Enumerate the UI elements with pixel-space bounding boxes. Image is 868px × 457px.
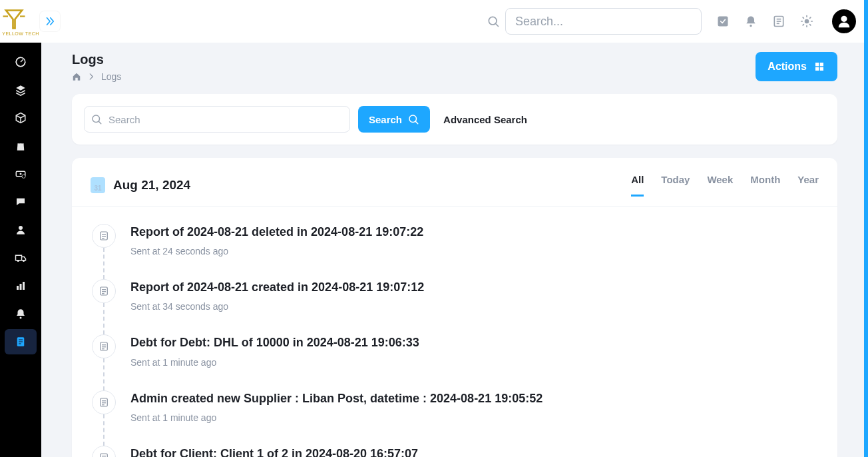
search-icon (407, 113, 419, 125)
svg-line-4 (496, 24, 499, 27)
chat-icon (15, 196, 27, 208)
profile-avatar[interactable] (832, 9, 856, 33)
log-time: Sent at 34 seconds ago (130, 301, 424, 312)
cash-icon (15, 168, 27, 180)
brand-text: YELLOW TECH (2, 31, 39, 36)
svg-point-6 (750, 25, 752, 27)
main-content: Logs Logs Actions Search (41, 43, 868, 457)
search-icon (91, 113, 103, 125)
tasks-icon[interactable] (716, 15, 730, 28)
truck-icon (15, 252, 27, 264)
sidebar-item-logs[interactable] (5, 329, 37, 354)
brand-logo[interactable]: YELLOW TECH (0, 0, 41, 43)
svg-point-26 (17, 260, 19, 262)
svg-point-25 (19, 226, 23, 230)
home-icon[interactable] (72, 72, 81, 81)
log-node-icon (92, 446, 116, 457)
svg-point-31 (20, 317, 22, 319)
sidebar-item-analytics[interactable] (5, 273, 37, 298)
svg-point-23 (20, 173, 22, 175)
logo-icon (2, 7, 26, 31)
svg-point-27 (23, 260, 25, 262)
range-tab-month[interactable]: Month (750, 174, 780, 197)
logs-card: Aug 21, 2024 AllTodayWeekMonthYear Repor… (72, 158, 837, 457)
svg-line-19 (810, 17, 811, 18)
svg-line-41 (99, 121, 101, 123)
layers-icon (15, 84, 27, 96)
log-title: Debt for Client: Client 1 of 2 in 2024-0… (130, 446, 418, 457)
log-title: Debt for Debt: DHL of 10000 in 2024-08-2… (130, 334, 419, 351)
page-title: Logs (72, 52, 121, 67)
svg-rect-60 (101, 454, 108, 457)
advanced-search-link[interactable]: Advanced Search (443, 114, 527, 125)
log-title: Admin created new Supplier : Liban Post,… (130, 390, 542, 407)
sidebar-item-inventory[interactable] (5, 105, 37, 131)
log-node-icon (92, 390, 116, 414)
sidebar-item-users[interactable] (5, 217, 37, 242)
calendar-icon (91, 177, 105, 193)
logs-timeline: Report of 2024-08-21 deleted in 2024-08-… (72, 207, 837, 457)
breadcrumb-current: Logs (101, 71, 121, 82)
svg-point-20 (841, 16, 847, 22)
svg-line-18 (803, 25, 803, 25)
log-item: Report of 2024-08-21 created in 2024-08-… (92, 279, 817, 334)
actions-button[interactable]: Actions (756, 52, 837, 81)
search-button[interactable]: Search (358, 106, 430, 133)
topbar: YELLOW TECH (0, 0, 868, 43)
log-time: Sent at 1 minute ago (130, 357, 419, 368)
log-node-icon (92, 334, 116, 358)
theme-toggle-icon[interactable] (800, 15, 813, 28)
log-node-icon (92, 279, 116, 303)
sidebar-item-orders[interactable] (5, 133, 37, 159)
svg-rect-5 (718, 17, 728, 27)
svg-line-16 (803, 17, 803, 18)
actions-label: Actions (767, 61, 807, 73)
range-tab-today[interactable]: Today (661, 174, 690, 197)
user-icon (15, 224, 27, 236)
range-tabs: AllTodayWeekMonthYear (631, 174, 819, 197)
log-item: Debt for Debt: DHL of 10000 in 2024-08-2… (92, 334, 817, 390)
search-input[interactable] (84, 106, 350, 133)
range-tab-year[interactable]: Year (797, 174, 819, 197)
range-tab-week[interactable]: Week (707, 174, 733, 197)
sidebar-item-transactions[interactable] (5, 161, 37, 187)
log-item: Debt for Client: Client 1 of 2 in 2024-0… (92, 446, 817, 457)
timeline-connector (103, 303, 105, 334)
sidebar-item-shipping[interactable] (5, 245, 37, 270)
svg-rect-37 (820, 63, 823, 66)
svg-rect-28 (17, 286, 19, 290)
top-search-input[interactable] (505, 8, 702, 35)
sidebar-item-notifications[interactable] (5, 301, 37, 326)
log-time: Sent at 24 seconds ago (130, 246, 423, 256)
timeline-connector (103, 248, 105, 279)
svg-marker-0 (6, 10, 22, 28)
svg-point-24 (22, 175, 25, 178)
svg-line-17 (810, 25, 811, 25)
sidebar-item-dashboard[interactable] (5, 49, 37, 75)
svg-point-11 (805, 19, 809, 24)
bell-icon[interactable] (744, 15, 758, 28)
notes-icon[interactable] (772, 15, 785, 28)
log-item: Report of 2024-08-21 deleted in 2024-08-… (92, 224, 817, 279)
sidebar-item-stacks[interactable] (5, 77, 37, 103)
search-input-wrapper (84, 106, 350, 133)
cube-icon (15, 112, 27, 124)
page-header: Logs Logs Actions (72, 52, 837, 82)
svg-line-43 (415, 121, 417, 123)
svg-rect-39 (820, 67, 823, 71)
chevron-double-right-icon (44, 15, 56, 27)
search-card: Search Advanced Search (72, 94, 837, 145)
breadcrumb: Logs (72, 71, 121, 82)
sidebar-item-chat[interactable] (5, 189, 37, 215)
log-item: Admin created new Supplier : Liban Post,… (92, 390, 817, 446)
top-search-icon (487, 15, 500, 28)
right-scroll-accent (864, 0, 868, 457)
grid-icon (813, 61, 825, 73)
range-tab-all[interactable]: All (631, 174, 644, 197)
sidebar-toggle-button[interactable] (40, 11, 60, 31)
gauge-icon (15, 56, 27, 68)
log-node-icon (92, 224, 116, 248)
user-icon (837, 14, 851, 29)
bag-icon (15, 140, 27, 152)
chevron-right-icon (87, 72, 96, 81)
